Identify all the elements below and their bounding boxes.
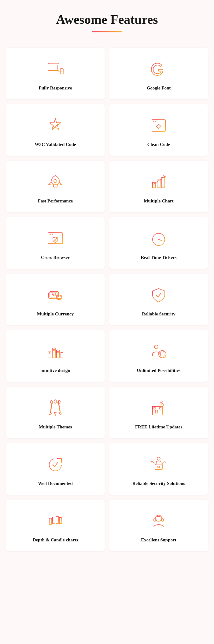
page-header: Awesome Features — [6, 12, 208, 32]
lock-gear-icon — [148, 454, 169, 475]
svg-marker-51 — [59, 413, 61, 415]
features-grid: Fully Responsive Google Font — [6, 48, 208, 551]
svg-rect-80 — [154, 519, 156, 521]
pencils-icon — [45, 398, 66, 419]
svg-point-59 — [49, 459, 61, 471]
svg-rect-56 — [156, 410, 157, 413]
feature-cross-browser: Cross Browser — [6, 217, 105, 269]
svg-rect-35 — [61, 352, 63, 358]
feature-google-font: Google Font — [109, 48, 208, 99]
svg-point-79 — [156, 515, 162, 521]
feature-fast-performance: Fast Performance — [6, 161, 105, 212]
svg-point-52 — [50, 400, 54, 404]
feature-label-multiple-chart: Multiple Chart — [144, 198, 173, 204]
feature-label-cross-browser: Cross Browser — [41, 255, 70, 260]
city-design-icon — [45, 341, 66, 362]
feature-label-free-updates: FREE Lifetime Updates — [135, 424, 182, 430]
feature-label-reliable-security: Reliable Security — [142, 311, 175, 317]
svg-rect-15 — [162, 177, 165, 188]
feature-label-clean-code: Clean Code — [147, 142, 170, 147]
feature-label-unlimited-possibilities: Unlimited Possibilities — [137, 368, 181, 373]
feature-real-time-tickers: Real Time Tickers — [109, 217, 208, 269]
feature-label-reliable-security-solutions: Reliable Security Solutions — [132, 481, 185, 486]
feature-reliable-security-solutions: Reliable Security Solutions — [109, 443, 208, 495]
feature-label-well-documented: Well Documented — [38, 481, 73, 486]
svg-point-40 — [154, 345, 158, 349]
browser-shield-icon — [45, 228, 66, 249]
svg-point-9 — [153, 121, 154, 122]
badge-check-icon — [45, 115, 66, 136]
svg-point-54 — [57, 400, 61, 404]
feature-label-multiple-themes: Multiple Themes — [39, 424, 72, 430]
feature-multiple-chart: Multiple Chart — [109, 161, 208, 212]
feature-label-fully-responsive: Fully Responsive — [39, 86, 72, 91]
candle-icon — [45, 511, 66, 532]
feature-w3c-validated: W3C Validated Code — [6, 104, 105, 156]
svg-line-70 — [162, 462, 165, 464]
feature-label-real-time-tickers: Real Time Tickers — [141, 255, 176, 260]
page-wrapper: Awesome Features — [0, 0, 214, 563]
feature-multiple-currency: $ Multiple Currency — [6, 274, 105, 325]
feature-clean-code: Clean Code — [109, 104, 208, 156]
feature-label-depth-candle: Depth & Candle charts — [33, 537, 78, 543]
feature-unlimited-possibilities: Unlimited Possibilities — [109, 330, 208, 382]
feature-label-excellent-support: Excellent Support — [141, 537, 176, 543]
svg-text:$: $ — [53, 294, 54, 296]
bar-chart-icon — [148, 172, 169, 193]
google-icon — [148, 59, 169, 80]
svg-rect-58 — [160, 408, 161, 409]
svg-rect-37 — [53, 349, 54, 351]
svg-rect-57 — [154, 408, 155, 409]
svg-rect-60 — [155, 464, 162, 470]
diamond-code-icon — [148, 115, 169, 136]
svg-rect-81 — [162, 519, 164, 521]
svg-point-67 — [151, 461, 153, 462]
feature-label-intuitive-design: intuitive design — [40, 368, 70, 373]
svg-marker-47 — [49, 413, 52, 415]
svg-marker-11 — [156, 124, 161, 129]
coins-icon: $ — [45, 285, 66, 306]
feature-free-updates: FREE Lifetime Updates — [109, 387, 208, 438]
svg-rect-36 — [49, 352, 50, 354]
feature-depth-candle: Depth & Candle charts — [6, 500, 105, 551]
feature-label-w3c-validated: W3C Validated Code — [35, 142, 76, 147]
building-refresh-icon — [148, 398, 169, 419]
feature-intuitive-design: intuitive design — [6, 330, 105, 382]
svg-point-10 — [155, 121, 157, 122]
feature-reliable-security: Reliable Security — [109, 274, 208, 325]
svg-point-18 — [50, 234, 51, 235]
feature-label-fast-performance: Fast Performance — [38, 198, 73, 204]
feature-label-multiple-currency: Multiple Currency — [37, 311, 74, 317]
header-underline — [92, 31, 122, 32]
svg-line-22 — [159, 239, 162, 241]
svg-line-69 — [153, 462, 155, 464]
svg-point-68 — [165, 461, 166, 462]
headset-icon — [148, 511, 169, 532]
doc-check-icon — [45, 454, 66, 475]
person-globe-icon — [148, 341, 169, 362]
svg-point-61 — [158, 466, 160, 468]
clock-speed-icon — [148, 228, 169, 249]
svg-rect-33 — [52, 348, 55, 358]
feature-excellent-support: Excellent Support — [109, 500, 208, 551]
feature-multiple-themes: Multiple Themes — [6, 387, 105, 438]
rocket-icon — [45, 172, 66, 193]
feature-well-documented: Well Documented — [6, 443, 105, 495]
monitor-icon — [45, 59, 66, 80]
feature-label-google-font: Google Font — [147, 86, 171, 91]
feature-fully-responsive: Fully Responsive — [6, 48, 105, 99]
svg-point-19 — [52, 234, 53, 235]
svg-rect-38 — [57, 351, 59, 352]
svg-point-12 — [54, 180, 57, 183]
page-title: Awesome Features — [6, 12, 208, 27]
shield-check-icon — [148, 285, 169, 306]
svg-rect-0 — [48, 63, 59, 71]
